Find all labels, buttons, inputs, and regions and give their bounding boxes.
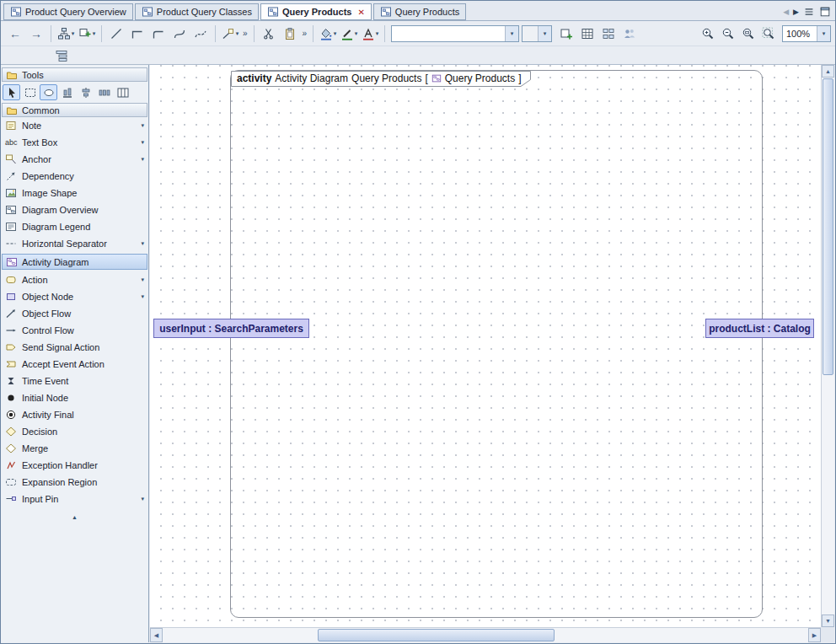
chevron-down-icon[interactable]: ▾	[141, 156, 144, 163]
palette-item-label: Dependency	[22, 171, 74, 181]
tab-list-icon[interactable]	[803, 6, 815, 18]
scroll-left-icon[interactable]: ◀	[150, 628, 163, 642]
rectilinear-path-button[interactable]	[127, 24, 147, 44]
scroll-down-icon[interactable]: ▼	[822, 614, 834, 627]
chevron-down-icon[interactable]: ▾	[141, 496, 144, 502]
distribute-tool-button[interactable]	[95, 84, 113, 100]
zoom-selection-button[interactable]	[738, 24, 758, 44]
palette-section-common[interactable]: Common	[2, 103, 147, 117]
overflow-chevron-icon[interactable]: »	[241, 29, 249, 38]
chevron-down-icon[interactable]: ▾	[141, 122, 144, 129]
diagram-icon	[267, 6, 279, 18]
palette-item-decision[interactable]: Decision	[1, 423, 148, 440]
maximize-editor-icon[interactable]	[819, 6, 831, 18]
paste-button[interactable]	[280, 24, 300, 44]
palette-item-exception-handler[interactable]: Exception Handler	[1, 457, 148, 474]
palette-item-horizontal-separator[interactable]: Horizontal Separator ▾	[1, 235, 148, 252]
chevron-down-icon[interactable]: ▾	[141, 293, 144, 300]
layout-button[interactable]	[598, 24, 619, 44]
rounded-path-button[interactable]	[148, 24, 169, 44]
palette-item-action[interactable]: Action ▾	[1, 271, 148, 288]
spline-path-button[interactable]	[190, 24, 211, 44]
align-bottom-tool-button[interactable]	[58, 84, 76, 100]
combobox-dropdown-button[interactable]: ▾	[817, 26, 830, 41]
size-combobox[interactable]: ▾	[522, 25, 552, 42]
new-diagram-button[interactable]	[556, 24, 576, 44]
object-node-userinput[interactable]: userInput : SearchParameters	[153, 319, 309, 338]
chevron-down-icon[interactable]: ▾	[141, 276, 144, 283]
cut-button[interactable]	[259, 24, 279, 44]
tab-label: Product Query Classes	[157, 7, 252, 17]
forward-button[interactable]: →	[26, 24, 46, 44]
collaborate-button[interactable]	[619, 24, 640, 44]
oval-select-tool-button[interactable]	[40, 84, 57, 100]
bezier-path-button[interactable]	[169, 24, 190, 44]
palette-item-object-flow[interactable]: Object Flow	[1, 305, 148, 322]
palette-item-object-node[interactable]: Object Node ▾	[1, 288, 148, 305]
chevron-down-icon[interactable]: ▾	[141, 139, 144, 146]
fit-in-window-button[interactable]	[758, 24, 779, 44]
scroll-right-icon[interactable]: ▶	[808, 628, 821, 642]
zoom-controls: 100% ▾	[698, 24, 831, 44]
scroll-up-icon[interactable]: ▲	[822, 65, 834, 78]
palette-item-diagram-legend[interactable]: Diagram Legend	[1, 218, 148, 235]
swimlanes-tool-button[interactable]	[114, 84, 131, 100]
palette-item-note[interactable]: Note ▾	[1, 117, 148, 134]
close-tab-icon[interactable]: ✕	[357, 8, 364, 17]
fill-color-button[interactable]: ▾	[318, 24, 338, 44]
object-node-productlist[interactable]: productList : Catalog	[705, 319, 814, 338]
palette-item-control-flow[interactable]: Control Flow	[1, 322, 148, 339]
align-center-tool-button[interactable]	[77, 84, 94, 100]
palette-section-tools[interactable]: Tools	[2, 67, 147, 82]
marquee-select-tool-button[interactable]	[21, 84, 39, 100]
oblique-path-button[interactable]	[106, 24, 126, 44]
palette-item-diagram-overview[interactable]: Diagram Overview	[1, 201, 148, 218]
palette-item-time-event[interactable]: Time Event	[1, 373, 148, 389]
font-color-button[interactable]: ▾	[360, 24, 380, 44]
combobox-dropdown-button[interactable]: ▾	[538, 26, 551, 41]
vertical-scrollbar[interactable]: ▲ ▼	[821, 65, 834, 627]
palette-item-anchor[interactable]: Anchor ▾	[1, 151, 148, 168]
horizontal-scrollbar[interactable]: ◀ ▶	[150, 627, 821, 642]
palette-item-dependency[interactable]: Dependency	[1, 168, 148, 185]
palette-item-accept-event-action[interactable]: Accept Event Action	[1, 356, 148, 373]
palette-item-initial-node[interactable]: Initial Node	[1, 389, 148, 406]
show-containment-button[interactable]	[51, 46, 72, 66]
vertical-scrollbar-thumb[interactable]	[823, 78, 833, 375]
overflow-chevron-icon[interactable]: »	[301, 29, 309, 38]
back-button[interactable]: ←	[5, 24, 25, 44]
palette-item-merge[interactable]: Merge	[1, 440, 148, 457]
chevron-down-icon[interactable]: ▾	[141, 240, 144, 247]
diagram-canvas[interactable]: activity Activity Diagram Query Products…	[150, 65, 821, 627]
palette-item-activity-final[interactable]: Activity Final	[1, 406, 148, 423]
palette-scroll-up-button[interactable]: ▲	[64, 512, 86, 522]
palette-section-activity-diagram[interactable]: Activity Diagram	[2, 254, 147, 270]
zoom-combobox[interactable]: 100% ▾	[782, 25, 831, 42]
palette-item-input-pin[interactable]: Input Pin ▾	[1, 491, 148, 507]
control-flow-icon	[5, 325, 17, 336]
tab-query-products-active[interactable]: Query Products ✕	[260, 3, 372, 20]
dependency-matrix-button[interactable]	[577, 24, 598, 44]
combobox-dropdown-button[interactable]: ▾	[505, 26, 518, 41]
activity-diagram-frame[interactable]: activity Activity Diagram Query Products…	[230, 70, 763, 618]
tab-query-products-2[interactable]: Query Products	[373, 3, 466, 20]
palette-item-send-signal-action[interactable]: Send Signal Action	[1, 339, 148, 356]
palette-item-image-shape[interactable]: Image Shape	[1, 185, 148, 201]
tab-product-query-overview[interactable]: Product Query Overview	[3, 3, 133, 20]
previous-tab-icon[interactable]: ◀	[783, 8, 789, 16]
attach-note-button[interactable]: ▾	[220, 24, 240, 44]
zoom-out-button[interactable]	[718, 24, 738, 44]
palette-item-expansion-region[interactable]: Expansion Region	[1, 474, 148, 491]
horizontal-scrollbar-thumb[interactable]	[318, 629, 555, 641]
palette-item-text-box[interactable]: abc Text Box ▾	[1, 134, 148, 151]
chevron-down-icon: ▾	[376, 30, 379, 37]
select-tool-button[interactable]	[3, 84, 20, 100]
style-combobox[interactable]: ▾	[391, 25, 519, 42]
palette-item-label: Anchor	[22, 154, 51, 164]
tab-product-query-classes[interactable]: Product Query Classes	[135, 3, 259, 20]
next-tab-icon[interactable]: ▶	[793, 8, 799, 16]
add-element-button[interactable]: ▾	[77, 24, 97, 44]
related-elements-button[interactable]: ▾	[56, 24, 76, 44]
zoom-in-button[interactable]	[698, 24, 718, 44]
line-color-button[interactable]: ▾	[339, 24, 359, 44]
